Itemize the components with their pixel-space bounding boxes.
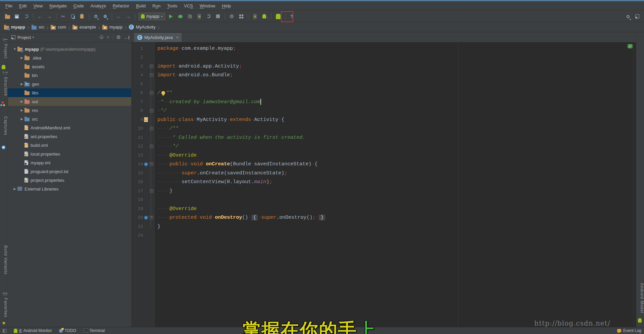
run-with-coverage-icon[interactable] [186,12,194,21]
rerun-icon[interactable] [204,12,213,21]
tree-item-androidmanifest-xml[interactable]: AndroidManifest.xml [8,123,131,132]
debug-button[interactable] [176,12,185,21]
tree-item-gen[interactable]: ▶gen [8,80,131,88]
menu-build[interactable]: Build [133,1,149,11]
override-method-icon[interactable]: o [144,162,148,166]
breadcrumb-src[interactable]: src [30,25,46,30]
stop-button[interactable] [214,12,222,21]
menu-help[interactable]: Help [218,1,234,11]
tab-myactivity-java[interactable]: C MyActivity.java × [134,33,182,42]
event-log-icon[interactable] [617,329,621,332]
fold-collapse-icon[interactable]: − [150,189,153,193]
folded-region[interactable]: { [251,215,258,220]
android-tool-icon[interactable] [2,65,5,71]
menu-vcs[interactable]: VCS [181,1,196,11]
stripe-button-build-variants[interactable]: Build Variants [0,245,8,275]
android-model-icon[interactable] [638,318,642,324]
menu-analyze[interactable]: Analyze [87,1,109,11]
settings-icon[interactable]: ⚙ [228,12,236,21]
todo-button[interactable]: TODO [59,328,76,333]
project-structure-icon[interactable] [237,12,246,21]
panel-settings-icon[interactable]: ⚙ [116,34,121,40]
override-method-icon[interactable]: o [144,216,148,220]
breadcrumb-com[interactable]: com [49,25,67,30]
structure-icon[interactable] [2,101,4,108]
stripe-button-7-structure[interactable]: 7: Structure [0,71,8,96]
panels-icon[interactable] [633,12,642,21]
chevron-down-icon[interactable]: ▼ [12,47,17,51]
fold-expand-icon[interactable]: + [150,216,153,219]
save-all-icon[interactable] [12,12,21,21]
copy-icon[interactable] [68,12,77,21]
menu-refactor[interactable]: Refactor [109,1,133,11]
event-log-label[interactable]: Event Log [623,328,641,333]
tree-item-myapp[interactable]: ▼myapp (F:\workspace\demo\myapp) [8,45,131,53]
tree-item-proguard-project-txt[interactable]: proguard-project.txt [8,167,131,176]
tree-item-myapp-iml[interactable]: myapp.iml [8,158,131,167]
run-configuration-select[interactable]: myapp▾ [139,13,165,20]
menu-run[interactable]: Run [149,1,164,11]
chevron-right-icon[interactable]: ▶ [12,187,17,191]
chevron-right-icon[interactable]: ▶ [19,56,24,59]
paste-icon[interactable] [78,12,86,21]
stripe-button-captures[interactable]: Captures [0,116,8,135]
chevron-right-icon[interactable]: ▶ [19,100,24,103]
menu-navigate[interactable]: Navigate [46,1,70,11]
sdk-manager-icon[interactable] [260,12,269,21]
fold-collapse-icon[interactable]: − [150,109,153,113]
menu-code[interactable]: Code [70,1,87,11]
back-icon[interactable]: ← [114,12,123,21]
menu-tools[interactable]: Tools [164,1,181,11]
hide-panel-icon[interactable]: ← [124,35,129,40]
undo-icon[interactable]: ← [36,12,44,21]
collapse-all-icon[interactable]: ÷ [107,35,109,40]
fold-collapse-icon[interactable]: − [150,162,153,166]
synchronize-icon[interactable] [22,12,31,21]
tree-item-ant-properties[interactable]: ant.properties [8,132,131,141]
folded-region[interactable]: } [319,215,325,220]
favorites-star-icon[interactable]: ★ [2,320,6,326]
chevron-right-icon[interactable]: ▶ [19,117,24,121]
tree-item-bin[interactable]: bin [8,71,131,80]
replace-icon[interactable]: A [101,12,109,21]
breadcrumb-myapp[interactable]: myapp [101,25,124,30]
tree-item-res[interactable]: ▶res [8,106,131,115]
fold-collapse-icon[interactable]: − [150,73,153,77]
tree-item-out[interactable]: ▶out [8,97,131,106]
breadcrumb-myactivity[interactable]: CMyActivity [128,25,157,30]
android-manifest-icon[interactable] [144,117,148,122]
toolwindow-toggle-icon[interactable] [3,329,6,333]
captures-icon[interactable] [2,144,5,151]
tree-item-assets[interactable]: assets [8,62,131,71]
cut-icon[interactable]: ✂ [59,12,67,21]
tree-item-external-libraries[interactable]: ▶External Libraries [8,184,131,193]
find-icon[interactable] [91,12,100,21]
tree-item--idea[interactable]: ▶.idea [8,53,131,62]
chevron-right-icon[interactable]: ▶ [19,109,24,112]
tree-item-local-properties[interactable]: local.properties [8,150,131,158]
fold-collapse-icon[interactable]: − [150,127,153,130]
stripe-button-1-project[interactable]: 1: Project [0,38,8,59]
fold-collapse-icon[interactable]: − [150,65,153,68]
menu-file[interactable]: File [2,1,16,11]
help-icon[interactable]: ? [288,12,296,21]
stripe-button-android-model[interactable]: Android Model [636,283,644,313]
forward-icon[interactable]: → [124,12,133,21]
fold-collapse-icon[interactable]: − [150,91,153,95]
locate-file-icon[interactable] [100,35,103,40]
code-editor[interactable]: ✓ 1package·com.example.myapp;23−import·a… [132,42,636,327]
breadcrumb-example[interactable]: example [71,25,97,30]
tree-item-project-properties[interactable]: project.properties [8,176,131,184]
menu-window[interactable]: Window [196,1,218,11]
project-view-dropdown[interactable]: ▾ [32,36,34,39]
menu-view[interactable]: View [30,1,46,11]
tree-item-libs[interactable]: libs [8,88,131,97]
menu-edit[interactable]: Edit [16,1,30,11]
attach-debugger-icon[interactable] [195,12,204,21]
terminal-button[interactable]: >_Terminal [84,328,105,333]
tree-item-src[interactable]: ▶src [8,115,131,123]
tab-close-icon[interactable]: × [176,35,179,40]
fold-collapse-icon[interactable]: − [150,144,153,148]
chevron-right-icon[interactable]: ▶ [19,82,24,86]
redo-icon[interactable]: → [45,12,54,21]
